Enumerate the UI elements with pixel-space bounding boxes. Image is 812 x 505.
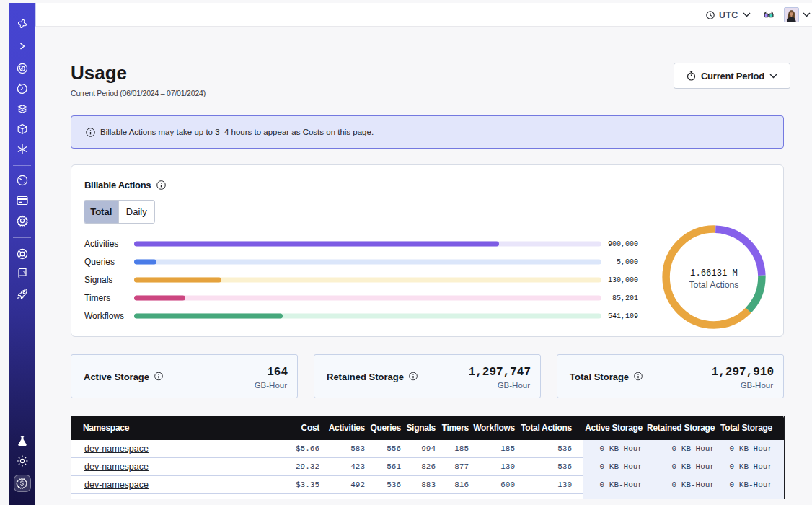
svg-text:Total Actions: Total Actions [689,280,738,290]
svg-text:1.66131 M: 1.66131 M [690,268,738,278]
